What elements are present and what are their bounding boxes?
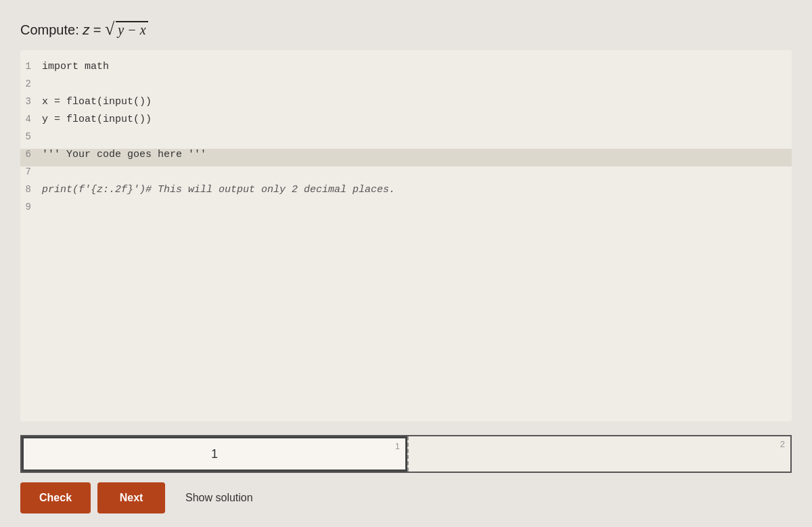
code-line-7: 7 <box>20 166 792 184</box>
code-text: import math <box>42 61 109 72</box>
button-row: Check Next Show solution <box>20 482 792 513</box>
bottom-section: 1 2 Check Next Show solution <box>0 428 812 527</box>
answer-input-2[interactable] <box>409 436 790 472</box>
show-solution-button[interactable]: Show solution <box>172 482 267 513</box>
input-cell-2[interactable]: 2 <box>407 436 790 472</box>
line-number: 2 <box>20 78 42 89</box>
line-number: 7 <box>20 166 42 177</box>
code-line-4: 4 y = float(input()) <box>20 114 792 131</box>
problem-title: Compute: z = √ y − x <box>20 20 792 38</box>
code-line-3: 3 x = float(input()) <box>20 96 792 114</box>
code-line-9: 9 <box>20 202 792 219</box>
next-button[interactable]: Next <box>97 482 165 513</box>
code-text: ''' Your code goes here ''' <box>42 149 206 160</box>
code-editor: 1 import math 2 3 x = float(input()) 4 y… <box>20 50 792 421</box>
code-text: print(f'{z:.2f}')# This will output only… <box>42 184 395 196</box>
cell-label-1: 1 <box>395 441 400 451</box>
answer-input-1[interactable] <box>24 438 405 469</box>
code-text: x = float(input()) <box>42 96 152 108</box>
title-prefix: Compute: z = <box>20 22 105 37</box>
formula: √ y − x <box>105 20 148 38</box>
input-cell-1[interactable]: 1 <box>22 436 407 472</box>
line-number: 3 <box>20 96 42 107</box>
cell-label-2: 2 <box>780 439 785 449</box>
line-number: 9 <box>20 202 42 212</box>
code-line-1: 1 import math <box>20 61 792 78</box>
code-line-6: 6 ''' Your code goes here ''' <box>20 149 792 166</box>
code-line-5: 5 <box>20 131 792 149</box>
input-row: 1 2 <box>20 435 792 473</box>
line-number: 8 <box>20 184 42 195</box>
code-line-2: 2 <box>20 78 792 96</box>
main-content: Compute: z = √ y − x 1 import math 2 3 x… <box>0 0 812 428</box>
line-number: 5 <box>20 131 42 142</box>
line-number: 6 <box>20 149 42 160</box>
code-text: y = float(input()) <box>42 114 152 125</box>
check-button[interactable]: Check <box>20 482 91 513</box>
code-line-8: 8 print(f'{z:.2f}')# This will output on… <box>20 184 792 202</box>
line-number: 1 <box>20 61 42 72</box>
line-number: 4 <box>20 114 42 124</box>
